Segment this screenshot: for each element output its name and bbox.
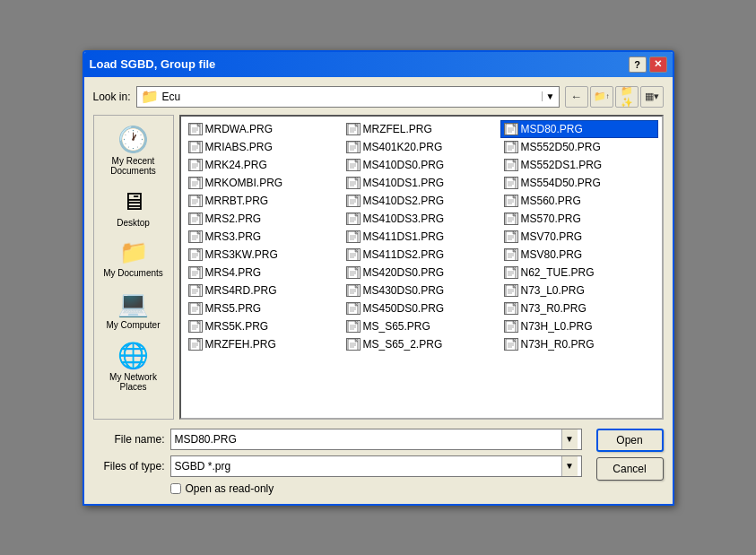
file-item[interactable]: MRIABS.PRG [185, 138, 343, 156]
look-in-combo[interactable]: 📁 Ecu ▼ [136, 86, 560, 108]
file-name: MS450DS0.PRG [363, 302, 445, 315]
file-icon [504, 159, 518, 171]
sidebar-item-recent-label: My RecentDocuments [110, 156, 156, 176]
sidebar-item-computer-label: My Computer [106, 320, 160, 330]
file-item[interactable]: N73_R0.PRG [500, 299, 658, 317]
file-name: MS_S65.PRG [363, 320, 430, 333]
file-item[interactable]: MS570.PRG [500, 210, 658, 228]
file-icon [346, 266, 361, 279]
file-item[interactable]: MRS3KW.PRG [185, 246, 343, 264]
look-in-arrow[interactable]: ▼ [542, 91, 555, 101]
file-item[interactable]: MS552DS1.PRG [500, 156, 658, 174]
new-folder-button[interactable]: 📁✨ [615, 86, 639, 108]
file-name: MS552D50.PRG [521, 141, 601, 153]
file-list-area[interactable]: MRDWA.PRG MRZFEL.PRG MSD80.PRG MRIABS.PR… [179, 115, 664, 420]
file-name: MSV80.PRG [521, 248, 583, 261]
file-item[interactable]: MRS2.PRG [185, 210, 343, 228]
sidebar-item-desktop[interactable]: 🖥 Desktop [98, 183, 169, 231]
look-in-row: Look in: 📁 Ecu ▼ ← 📁↑ 📁✨ ▦▾ [93, 86, 664, 108]
file-icon [346, 195, 361, 207]
readonly-area: Open as read-only [170, 482, 582, 495]
file-item[interactable]: MSV80.PRG [500, 246, 658, 264]
sidebar-item-computer[interactable]: 💻 My Computer [98, 285, 169, 334]
file-item[interactable]: MRS4.PRG [185, 264, 343, 282]
file-icon [504, 338, 518, 351]
sidebar-item-network[interactable]: 🌐 My NetworkPlaces [98, 337, 169, 395]
views-button[interactable]: ▦▾ [640, 86, 664, 108]
file-item[interactable]: MS552D50.PRG [500, 138, 658, 156]
form-fields: File name: ▼ Files of type: ▼ [93, 429, 582, 495]
readonly-checkbox[interactable] [170, 483, 181, 494]
sidebar: 🕐 My RecentDocuments 🖥 Desktop 📁 My Docu… [93, 115, 174, 420]
file-item[interactable]: MS410DS1.PRG [343, 174, 500, 192]
file-item[interactable]: MS410DS0.PRG [343, 156, 500, 174]
file-item[interactable]: MS410DS3.PRG [343, 210, 500, 228]
file-icon [346, 230, 361, 243]
file-item[interactable]: N73_L0.PRG [500, 282, 658, 299]
file-item[interactable]: MS420DS0.PRG [343, 264, 500, 282]
file-icon [188, 320, 203, 333]
file-item[interactable]: MRRBT.PRG [185, 192, 343, 210]
file-icon [346, 284, 361, 297]
readonly-label[interactable]: Open as read-only [186, 482, 274, 495]
file-type-arrow[interactable]: ▼ [561, 456, 578, 476]
file-icon [504, 195, 518, 207]
file-type-input[interactable] [175, 460, 561, 473]
file-icon [504, 284, 518, 297]
file-item[interactable]: N62_TUE.PRG [500, 264, 658, 282]
file-item[interactable]: MS430DS0.PRG [343, 282, 500, 299]
file-name: MRZFEL.PRG [363, 123, 432, 135]
file-item[interactable]: MRZFEH.PRG [185, 335, 343, 353]
sidebar-item-network-label: My NetworkPlaces [109, 372, 157, 392]
file-item[interactable]: MRDWA.PRG [185, 120, 343, 138]
file-item[interactable]: MRS5K.PRG [185, 317, 343, 335]
file-item[interactable]: MS_S65.PRG [343, 317, 500, 335]
file-item[interactable]: N73H_R0.PRG [500, 335, 658, 353]
dialog-title: Load SGBD, Group file [90, 57, 216, 71]
file-icon [504, 123, 518, 135]
file-item[interactable]: MS411DS2.PRG [343, 246, 500, 264]
sidebar-item-recent[interactable]: 🕐 My RecentDocuments [98, 121, 169, 179]
open-button[interactable]: Open [596, 429, 664, 452]
action-buttons: Open Cancel [596, 429, 664, 481]
cancel-button[interactable]: Cancel [596, 457, 664, 481]
file-name-combo[interactable]: ▼ [170, 429, 582, 450]
file-icon [504, 302, 518, 315]
file-icon [504, 177, 518, 189]
file-icon [346, 141, 361, 153]
file-item[interactable]: MRKOMBI.PRG [185, 174, 343, 192]
file-name-input[interactable] [175, 433, 561, 446]
back-button[interactable]: ← [565, 86, 588, 108]
main-area: 🕐 My RecentDocuments 🖥 Desktop 📁 My Docu… [93, 115, 664, 420]
file-item[interactable]: MS411DS1.PRG [343, 228, 500, 246]
file-item[interactable]: MS_S65_2.PRG [343, 335, 500, 353]
file-name: MRS5K.PRG [205, 320, 269, 333]
network-icon: 🌐 [117, 341, 149, 370]
file-item[interactable]: MS410DS2.PRG [343, 192, 500, 210]
file-name: MS554D50.PRG [521, 177, 601, 189]
file-type-combo[interactable]: ▼ [170, 455, 582, 477]
sidebar-item-desktop-label: Desktop [117, 218, 150, 228]
file-item[interactable]: MRZFEL.PRG [343, 120, 500, 138]
file-item[interactable]: N73H_L0.PRG [500, 317, 658, 335]
file-item[interactable]: MRS4RD.PRG [185, 282, 343, 299]
file-item[interactable]: MS450DS0.PRG [343, 299, 500, 317]
close-button[interactable]: ✕ [649, 56, 667, 73]
file-item[interactable]: MSV70.PRG [500, 228, 658, 246]
help-button[interactable]: ? [629, 56, 647, 73]
up-folder-button[interactable]: 📁↑ [590, 86, 613, 108]
file-item[interactable]: MS554D50.PRG [500, 174, 658, 192]
toolbar-buttons: ← 📁↑ 📁✨ ▦▾ [565, 86, 664, 108]
file-grid: MRDWA.PRG MRZFEL.PRG MSD80.PRG MRIABS.PR… [183, 118, 660, 355]
file-icon [188, 338, 203, 351]
sidebar-item-documents[interactable]: 📁 My Documents [98, 235, 169, 282]
file-item[interactable]: MRK24.PRG [185, 156, 343, 174]
file-item[interactable]: MSD80.PRG [500, 120, 658, 138]
file-item[interactable]: MRS5.PRG [185, 299, 343, 317]
file-item[interactable]: MS560.PRG [500, 192, 658, 210]
file-name: MRS3KW.PRG [205, 248, 278, 261]
file-item[interactable]: MRS3.PRG [185, 228, 343, 246]
file-name: MRS4RD.PRG [205, 284, 277, 297]
file-item[interactable]: MS401K20.PRG [343, 138, 500, 156]
file-name-arrow[interactable]: ▼ [561, 429, 578, 449]
